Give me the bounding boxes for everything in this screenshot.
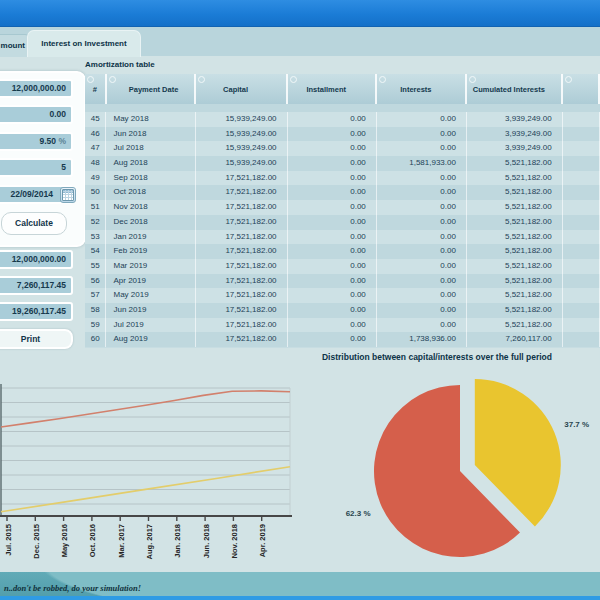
fees-field[interactable]: 0.00 bbox=[0, 105, 73, 124]
table-cell: 17,521,182.00 bbox=[196, 185, 288, 200]
table-cell: 5,521,182.00 bbox=[467, 244, 563, 259]
table-cell: 3,939,249.00 bbox=[467, 112, 563, 127]
pie-slice-label: 37.7 % bbox=[564, 420, 589, 429]
table-cell: 5,521,182.00 bbox=[467, 288, 563, 303]
column-header[interactable]: Capital bbox=[196, 74, 288, 104]
table-cell: 0.00 bbox=[288, 230, 377, 245]
table-cell: 56 bbox=[85, 274, 106, 289]
table-cell: 0.00 bbox=[288, 303, 377, 318]
table-row[interactable]: 52Dec 201817,521,182.000.000.005,521,182… bbox=[85, 215, 600, 230]
rate-field[interactable]: 9.50 % bbox=[0, 132, 73, 151]
bottom-accent-strip bbox=[0, 596, 600, 600]
table-cell: 54 bbox=[85, 244, 106, 259]
calendar-button[interactable] bbox=[60, 187, 76, 203]
table-body: 44Apr 201815,939,249.000.000.003,939,249… bbox=[85, 104, 600, 347]
table-row[interactable]: 57May 201917,521,182.000.000.005,521,182… bbox=[85, 288, 600, 303]
amount-field[interactable]: 12,000,000.00 bbox=[0, 79, 73, 98]
table-cell: 0.00 bbox=[377, 200, 467, 215]
table-row[interactable]: 60Aug 201917,521,182.000.001,738,936.007… bbox=[85, 332, 600, 347]
table-cell: 15,939,249.00 bbox=[196, 141, 288, 156]
table-cell: 48 bbox=[85, 156, 106, 171]
column-header[interactable] bbox=[563, 74, 600, 104]
table-cell: Sep 2018 bbox=[106, 171, 195, 186]
table-row[interactable]: 58Jun 201917,521,182.000.000.005,521,182… bbox=[85, 303, 600, 318]
table-cell: 0.00 bbox=[288, 288, 377, 303]
table-cell bbox=[563, 303, 600, 318]
table-cell: Jul 2019 bbox=[106, 318, 195, 333]
tab-strip: mount Interest on Investment bbox=[0, 27, 600, 56]
table-row[interactable]: 55Mar 201917,521,182.000.000.005,521,182… bbox=[85, 259, 600, 274]
calendar-icon bbox=[62, 189, 74, 201]
column-handle-icon bbox=[109, 76, 116, 83]
table-cell: Mar 2019 bbox=[106, 259, 195, 274]
window-titlebar bbox=[0, 0, 600, 27]
table-cell: 17,521,182.00 bbox=[196, 274, 288, 289]
x-axis-tick-label: Jul. 2015 bbox=[4, 524, 13, 556]
table-cell bbox=[563, 215, 600, 230]
table-cell: May 2018 bbox=[106, 112, 195, 127]
table-cell: 50 bbox=[85, 185, 106, 200]
table-cell: 17,521,182.00 bbox=[196, 215, 288, 230]
table-cell: 5,521,182.00 bbox=[467, 303, 563, 318]
duration-field[interactable]: 5 bbox=[0, 158, 73, 177]
table-cell bbox=[563, 156, 600, 171]
table-cell: Dec 2018 bbox=[106, 215, 195, 230]
table-cell: Oct 2018 bbox=[106, 185, 195, 200]
table-row[interactable]: 51Nov 201817,521,182.000.000.005,521,182… bbox=[85, 200, 600, 215]
table-cell bbox=[563, 171, 600, 186]
column-header[interactable]: # bbox=[85, 74, 107, 104]
table-row[interactable]: 53Jan 201917,521,182.000.000.005,521,182… bbox=[85, 230, 600, 245]
table-row[interactable]: 49Sep 201817,521,182.000.000.005,521,182… bbox=[85, 171, 600, 186]
table-cell bbox=[563, 200, 600, 215]
table-cell: 0.00 bbox=[377, 288, 467, 303]
table-cell: 60 bbox=[85, 332, 106, 347]
table-cell: 3,939,249.00 bbox=[467, 127, 563, 142]
amortization-table: #Payment DateCapitalInstallmentInterests… bbox=[85, 74, 600, 348]
table-cell: 0.00 bbox=[288, 200, 377, 215]
status-bar: n..don't be robbed, do your simulation! bbox=[0, 572, 600, 596]
table-cell: 5,521,182.00 bbox=[467, 200, 563, 215]
table-cell: Apr 2019 bbox=[106, 274, 195, 289]
table-row[interactable]: 45May 201815,939,249.000.000.003,939,249… bbox=[85, 112, 600, 127]
result-capital-field: 12,000,000.00 bbox=[0, 250, 73, 269]
column-header[interactable]: Interests bbox=[377, 74, 467, 104]
table-cell: 17,521,182.00 bbox=[196, 303, 288, 318]
table-cell bbox=[563, 230, 600, 245]
amortization-table-title: Amortization table bbox=[85, 60, 155, 69]
print-button[interactable]: Print bbox=[0, 329, 73, 349]
table-cell: 55 bbox=[85, 259, 106, 274]
column-handle-icon bbox=[290, 76, 297, 83]
table-row[interactable]: 50Oct 201817,521,182.000.000.005,521,182… bbox=[85, 185, 600, 200]
result-total-field: 19,260,117.45 bbox=[0, 302, 73, 321]
table-cell: 17,521,182.00 bbox=[196, 318, 288, 333]
x-axis-tick-label: Apr. 2019 bbox=[258, 524, 267, 557]
calculate-button[interactable]: Calculate bbox=[1, 212, 67, 235]
table-cell: 0.00 bbox=[377, 171, 467, 186]
table-row[interactable]: 46Jun 201815,939,249.000.000.003,939,249… bbox=[85, 127, 600, 142]
table-cell: Aug 2018 bbox=[106, 156, 195, 171]
table-row[interactable]: 48Aug 201815,939,249.000.001,581,933.005… bbox=[85, 156, 600, 171]
table-cell: 17,521,182.00 bbox=[196, 259, 288, 274]
table-cell bbox=[563, 288, 600, 303]
table-cell: Feb 2019 bbox=[106, 244, 195, 259]
table-cell: 0.00 bbox=[288, 244, 377, 259]
table-cell: 1,581,933.00 bbox=[377, 156, 467, 171]
table-cell: 5,521,182.00 bbox=[467, 185, 563, 200]
column-header[interactable]: Installment bbox=[288, 74, 377, 104]
table-row[interactable]: 54Feb 201917,521,182.000.000.005,521,182… bbox=[85, 244, 600, 259]
percent-suffix: % bbox=[58, 136, 66, 146]
table-row[interactable]: 44Apr 201815,939,249.000.000.003,939,249… bbox=[85, 104, 600, 112]
table-cell: 58 bbox=[85, 303, 106, 318]
table-cell: 17,521,182.00 bbox=[196, 230, 288, 245]
tab-interest-on-investment[interactable]: Interest on Investment bbox=[27, 30, 141, 57]
table-cell bbox=[563, 274, 600, 289]
table-row[interactable]: 59Jul 201917,521,182.000.000.005,521,182… bbox=[85, 318, 600, 333]
column-header[interactable]: Cumulated Interests bbox=[467, 74, 563, 104]
distribution-pie-chart: 37.7 %62.3 % bbox=[300, 366, 600, 568]
table-cell: 17,521,182.00 bbox=[196, 244, 288, 259]
table-row[interactable]: 56Apr 201917,521,182.000.000.005,521,182… bbox=[85, 274, 600, 289]
x-axis-tick-label: Oct. 2016 bbox=[88, 524, 97, 557]
table-row[interactable]: 47Jul 201815,939,249.000.000.003,939,249… bbox=[85, 141, 600, 156]
table-cell: 45 bbox=[85, 112, 106, 127]
column-header[interactable]: Payment Date bbox=[107, 74, 196, 104]
